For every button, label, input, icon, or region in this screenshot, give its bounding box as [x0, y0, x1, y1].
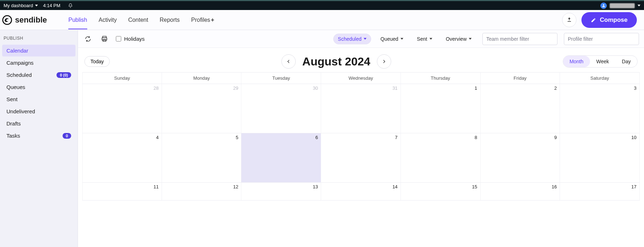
- caret-down-icon: [35, 5, 38, 6]
- day-number: 30: [313, 85, 318, 91]
- day-number: 13: [313, 184, 318, 189]
- dow-label: Wednesday: [321, 73, 401, 84]
- day-cell[interactable]: 3: [560, 84, 640, 133]
- month-title: August 2024: [302, 55, 370, 68]
- view-week[interactable]: Week: [590, 56, 616, 67]
- day-number: 17: [631, 184, 636, 189]
- day-cell[interactable]: 17: [560, 183, 640, 201]
- dow-label: Thursday: [401, 73, 481, 84]
- filter-sent[interactable]: Sent: [413, 34, 437, 44]
- day-number: 16: [552, 184, 557, 189]
- view-month[interactable]: Month: [563, 56, 590, 67]
- logo-icon: [2, 15, 12, 25]
- compose-button[interactable]: Compose: [581, 12, 637, 28]
- chevron-left-icon: [286, 59, 291, 64]
- sidebar-item-queues[interactable]: Queues: [2, 81, 75, 93]
- day-cell[interactable]: 30: [241, 84, 321, 133]
- caret-down-icon: [429, 38, 432, 40]
- sidebar-item-drafts[interactable]: Drafts: [2, 118, 75, 129]
- week-row: 45678910: [82, 133, 640, 183]
- upload-button[interactable]: [562, 13, 576, 27]
- refresh-button[interactable]: [83, 34, 93, 44]
- svg-point-0: [603, 4, 604, 6]
- view-day[interactable]: Day: [615, 56, 637, 67]
- nav-publish[interactable]: Publish: [68, 11, 87, 29]
- day-number: 5: [236, 135, 238, 140]
- chevron-right-icon: [382, 59, 387, 64]
- caret-down-icon: [638, 5, 640, 6]
- holidays-checkbox[interactable]: [116, 36, 121, 41]
- day-cell[interactable]: 7: [321, 133, 401, 183]
- week-row: 28293031123: [82, 84, 640, 133]
- day-cell[interactable]: 1: [401, 84, 481, 133]
- day-cell[interactable]: 16: [481, 183, 560, 201]
- day-cell[interactable]: 15: [401, 183, 481, 201]
- nav-activity[interactable]: Activity: [99, 11, 117, 29]
- view-toggle: Month Week Day: [563, 55, 638, 68]
- day-cell[interactable]: 12: [162, 183, 242, 201]
- compose-label: Compose: [600, 16, 628, 24]
- day-cell[interactable]: 8: [401, 133, 481, 183]
- caret-down-icon: [469, 38, 472, 40]
- user-menu[interactable]: [600, 3, 640, 9]
- day-cell[interactable]: 9: [481, 133, 560, 183]
- next-month-button[interactable]: [377, 54, 391, 69]
- day-cell[interactable]: 31: [321, 84, 401, 133]
- day-cell[interactable]: 5: [162, 133, 242, 183]
- filter-overview[interactable]: Overview: [442, 34, 476, 44]
- day-cell[interactable]: 14: [321, 183, 401, 201]
- nav-reports[interactable]: Reports: [159, 11, 180, 29]
- profile-filter[interactable]: [564, 33, 639, 45]
- calendar-grid: SundayMondayTuesdayWednesdayThursdayFrid…: [82, 72, 640, 201]
- sidebar-item-campaigns[interactable]: Campaigns: [2, 57, 75, 69]
- sidebar-item-tasks[interactable]: Tasks 0: [2, 130, 75, 142]
- filter-queued[interactable]: Queued: [376, 34, 408, 44]
- dashboard-label: My dashboard: [4, 3, 33, 8]
- print-icon: [101, 35, 108, 43]
- brand-logo[interactable]: sendible: [2, 15, 47, 25]
- day-number: 11: [153, 184, 158, 189]
- day-cell[interactable]: 4: [82, 133, 162, 183]
- day-number: 9: [554, 135, 557, 140]
- tasks-badge: 0: [63, 133, 71, 139]
- nav-content[interactable]: Content: [128, 11, 148, 29]
- caret-down-icon: [400, 38, 403, 40]
- day-cell[interactable]: 29: [162, 84, 242, 133]
- today-button[interactable]: Today: [84, 56, 110, 67]
- refresh-icon: [84, 35, 92, 43]
- sidebar-item-calendar[interactable]: Calendar: [2, 45, 75, 56]
- sidebar-item-sent[interactable]: Sent: [2, 93, 75, 105]
- sidebar-item-scheduled[interactable]: Scheduled 0 (0): [2, 69, 75, 81]
- day-cell[interactable]: 11: [82, 183, 162, 201]
- day-cell[interactable]: 6: [241, 133, 321, 183]
- day-number: 8: [475, 135, 477, 140]
- day-number: 4: [156, 135, 158, 140]
- prev-month-button[interactable]: [281, 54, 296, 69]
- day-number: 12: [233, 184, 238, 189]
- sidebar-heading: PUBLISH: [0, 32, 78, 44]
- avatar-icon: [600, 3, 607, 9]
- print-button[interactable]: [99, 34, 109, 44]
- day-number: 10: [631, 135, 636, 140]
- holidays-toggle[interactable]: Holidays: [116, 36, 145, 42]
- upload-icon: [566, 17, 572, 23]
- dow-label: Sunday: [82, 73, 162, 84]
- day-cell[interactable]: 28: [82, 84, 162, 133]
- dashboard-dropdown[interactable]: My dashboard: [4, 3, 38, 8]
- nav-profiles[interactable]: Profiles+: [191, 11, 214, 29]
- svg-point-1: [3, 15, 12, 24]
- calendar-toolbar: Holidays Scheduled Queued Sent Overview: [78, 30, 644, 48]
- filter-scheduled[interactable]: Scheduled: [333, 34, 371, 44]
- bell-icon[interactable]: [65, 1, 75, 11]
- day-number: 31: [392, 85, 397, 91]
- day-cell[interactable]: 10: [560, 133, 640, 183]
- team-member-filter[interactable]: [482, 33, 557, 45]
- content: Holidays Scheduled Queued Sent Overview …: [78, 30, 644, 247]
- sidebar-item-undelivered[interactable]: Undelivered: [2, 105, 75, 117]
- day-number: 28: [153, 85, 158, 91]
- day-cell[interactable]: 13: [241, 183, 321, 201]
- day-number: 6: [315, 135, 318, 140]
- week-row: 11121314151617: [82, 183, 640, 201]
- day-cell[interactable]: 2: [481, 84, 560, 133]
- header: sendible Publish Activity Content Report…: [0, 10, 644, 30]
